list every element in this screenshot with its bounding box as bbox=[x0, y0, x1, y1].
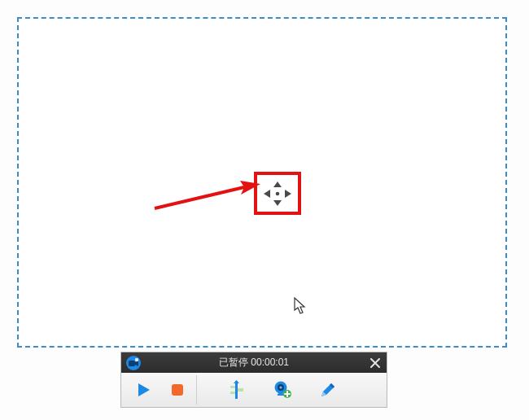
camera-icon bbox=[124, 353, 143, 373]
cursor-icon bbox=[294, 297, 308, 315]
webcam-add-icon bbox=[273, 381, 292, 399]
divider bbox=[196, 375, 197, 405]
svg-point-19 bbox=[279, 386, 282, 388]
svg-rect-12 bbox=[235, 381, 238, 399]
svg-rect-7 bbox=[129, 361, 135, 366]
toolbar-header[interactable]: 已暂停 00:00:01 bbox=[121, 352, 387, 373]
status-text: 已暂停 00:00:01 bbox=[219, 356, 289, 370]
close-button[interactable] bbox=[364, 352, 387, 373]
arrow-annotation-icon bbox=[152, 178, 262, 211]
svg-rect-14 bbox=[230, 386, 235, 388]
recorder-toolbar: 已暂停 00:00:01 bbox=[120, 352, 387, 408]
svg-rect-16 bbox=[238, 388, 243, 392]
svg-marker-1 bbox=[273, 182, 282, 187]
svg-marker-2 bbox=[273, 200, 282, 206]
move-handle-highlight bbox=[254, 172, 301, 215]
play-icon bbox=[135, 382, 151, 398]
webcam-add-button[interactable] bbox=[265, 374, 299, 406]
move-handle-icon[interactable] bbox=[264, 182, 291, 206]
svg-point-9 bbox=[135, 357, 138, 361]
close-icon bbox=[370, 358, 380, 368]
status-time: 00:00:01 bbox=[251, 357, 289, 368]
trim-button[interactable] bbox=[220, 374, 254, 406]
toolbar-body bbox=[121, 373, 387, 407]
svg-marker-3 bbox=[264, 190, 270, 198]
status-label: 已暂停 bbox=[219, 357, 248, 368]
stop-button[interactable] bbox=[160, 374, 195, 406]
svg-marker-10 bbox=[138, 383, 150, 396]
annotate-button[interactable] bbox=[311, 374, 345, 406]
trim-icon bbox=[228, 380, 246, 400]
svg-marker-13 bbox=[234, 380, 239, 383]
stop-icon bbox=[169, 382, 186, 398]
svg-marker-4 bbox=[285, 190, 291, 198]
play-button[interactable] bbox=[126, 374, 160, 406]
svg-rect-15 bbox=[230, 392, 235, 394]
svg-point-5 bbox=[276, 191, 280, 195]
recording-area[interactable] bbox=[18, 18, 506, 347]
svg-rect-11 bbox=[172, 384, 183, 396]
pencil-icon bbox=[319, 381, 337, 399]
